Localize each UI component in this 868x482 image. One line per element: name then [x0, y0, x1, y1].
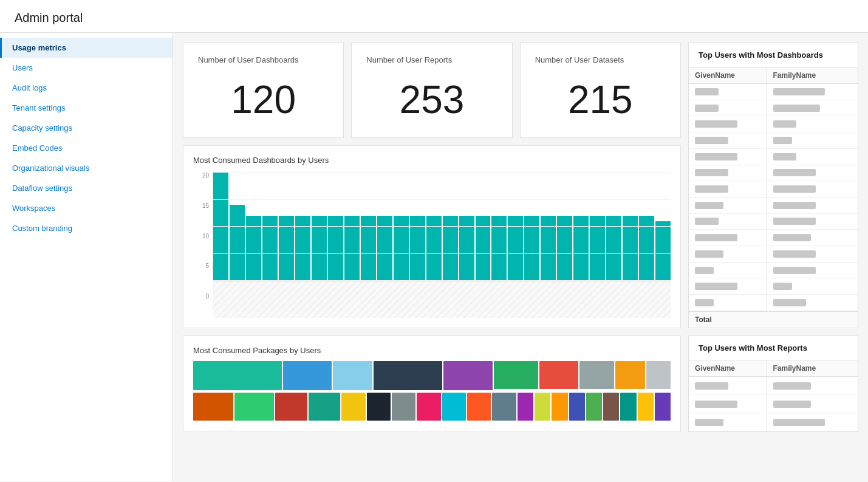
bar [312, 216, 327, 281]
bar-chart-area: 20151050 [193, 172, 671, 318]
table-row: ██████ ███████████ [689, 413, 858, 432]
table-row: █████████ ████████ [689, 230, 858, 246]
bar [557, 216, 572, 281]
bar [590, 216, 605, 281]
family-name-cell: ████████ [767, 395, 858, 413]
kpi-reports-title: Number of User Reports [366, 55, 497, 64]
table-row: █████████ ████ [689, 278, 858, 295]
sidebar-item-tenant-settings[interactable]: Tenant settings [0, 98, 173, 118]
family-name-cell: ████ [767, 133, 858, 149]
table-row: ███████ ████ [689, 133, 858, 149]
bar [623, 216, 638, 281]
bar [295, 216, 310, 281]
sidebar-item-embed-codes[interactable]: Embed Codes [0, 138, 173, 158]
grid-line [213, 199, 671, 200]
bar [344, 216, 360, 281]
bar [328, 216, 343, 281]
sidebar-item-capacity-settings[interactable]: Capacity settings [0, 118, 173, 138]
treemap-cell [275, 393, 307, 421]
bar [279, 216, 294, 281]
table-row: ███████ ████████ [689, 377, 858, 395]
treemap-cell [552, 393, 567, 421]
treemap-cell [417, 393, 440, 421]
table-row: ████ █████████ [689, 262, 858, 278]
grid-line [213, 172, 671, 173]
family-name-cell: █████ [767, 116, 858, 133]
treemap-cell [638, 393, 654, 421]
reports-col-given: GivenName [689, 360, 767, 377]
kpi-datasets-title: Number of User Datasets [535, 55, 666, 64]
sidebar-item-usage-metrics[interactable]: Usage metrics [0, 38, 173, 58]
y-label: 10 [202, 233, 209, 239]
treemap-cell [646, 361, 671, 389]
y-label: 5 [205, 263, 209, 269]
sidebar-item-custom-branding[interactable]: Custom branding [0, 218, 173, 238]
top-users-dashboards-title: Top Users with Most Dashboards [689, 43, 858, 67]
kpi-dashboards-value: 120 [198, 74, 329, 125]
treemap-cell [443, 361, 493, 390]
given-name-cell: █████████ [689, 395, 767, 413]
family-name-cell: ██████████ [767, 100, 858, 116]
treemap-cell [586, 393, 602, 421]
table-row: ███████ █████████ [689, 181, 858, 198]
bar [491, 216, 507, 281]
treemap-cell [535, 393, 550, 421]
treemap-cell [442, 393, 466, 421]
given-name-cell: ███████ [689, 377, 767, 395]
top-users-dashboards-footer: Total [689, 311, 858, 328]
given-name-cell: ███████ [689, 181, 767, 198]
given-name-cell: █████████ [689, 148, 767, 165]
family-name-cell: ███████ [767, 295, 858, 311]
treemap-cell [467, 393, 491, 421]
treemap-cell [333, 361, 372, 390]
treemap-cell [518, 393, 533, 421]
top-users-reports-card: Top Users with Most Reports GivenName Fa… [688, 336, 858, 432]
table-row: ██████ █████████ [689, 246, 858, 263]
given-name-cell: ███████ [689, 165, 767, 181]
kpi-datasets-value: 215 [535, 74, 666, 125]
treemap-cell [615, 361, 645, 389]
treemap-cell [341, 393, 365, 421]
bar [426, 216, 442, 281]
bar [524, 216, 539, 281]
family-name-cell: ████████ [767, 377, 858, 395]
table-row: █████████ █████ [689, 148, 858, 165]
treemap-cell [620, 393, 636, 421]
treemap-cell [234, 393, 275, 421]
app-title: Admin portal [0, 0, 868, 33]
bar [476, 216, 491, 281]
bars-container [213, 172, 671, 281]
sidebar-item-audit-logs[interactable]: Audit logs [0, 78, 173, 98]
family-name-cell: ███████████ [767, 413, 858, 432]
bar [213, 172, 228, 281]
packages-title: Most Consumed Packages by Users [193, 346, 671, 355]
bar [639, 216, 654, 281]
family-name-cell: █████████ [767, 213, 858, 230]
bar [377, 216, 392, 281]
kpi-reports-value: 253 [366, 74, 497, 125]
family-name-cell: █████████ [767, 197, 858, 213]
given-name-cell: █████████ [689, 278, 767, 295]
given-name-cell: ████ [689, 262, 767, 278]
kpi-reports: Number of User Reports 253 [351, 43, 512, 138]
bar [508, 216, 523, 281]
treemap-cell [193, 361, 282, 390]
bar [262, 216, 278, 281]
given-name-cell: █████████ [689, 230, 767, 246]
top-users-dashboards-table: GivenName FamilyName █████ ███████████ █… [689, 67, 858, 311]
treemap-cell [579, 361, 614, 389]
sidebar-item-org-visuals[interactable]: Organizational visuals [0, 158, 173, 178]
family-name-cell: █████ [767, 148, 858, 165]
sidebar-item-users[interactable]: Users [0, 58, 173, 78]
main-content: Number of User Dashboards 120 Number of … [173, 33, 868, 481]
table-row: ███████ █████████ [689, 165, 858, 181]
treemap-cell [374, 361, 442, 390]
given-name-cell: █████ [689, 100, 767, 116]
bar [573, 216, 589, 281]
treemap-cell [193, 393, 233, 421]
treemap-cell [603, 393, 619, 421]
reports-col-family: FamilyName [767, 360, 858, 377]
sidebar-item-workspaces[interactable]: Workspaces [0, 198, 173, 218]
sidebar-item-dataflow-settings[interactable]: Dataflow settings [0, 178, 173, 198]
given-name-cell: █████ [689, 84, 767, 100]
